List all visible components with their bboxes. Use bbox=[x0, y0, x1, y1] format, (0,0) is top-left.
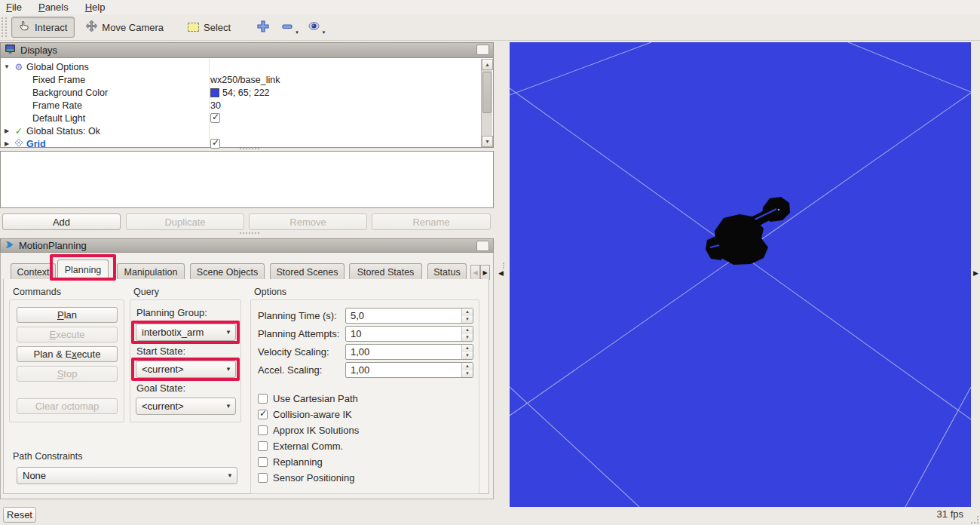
add-tool-button[interactable] bbox=[254, 17, 272, 38]
execute-button[interactable]: Execute bbox=[17, 327, 118, 342]
tab-scroll-left-icon[interactable]: ◀ bbox=[470, 265, 480, 280]
background-color-value[interactable]: 54; 65; 222 bbox=[222, 88, 270, 98]
duplicate-display-button[interactable]: Duplicate bbox=[126, 213, 244, 230]
spin-arrows-icon[interactable]: ▲▼ bbox=[461, 345, 473, 359]
spin-arrows-icon[interactable]: ▲▼ bbox=[461, 327, 473, 341]
color-swatch bbox=[210, 88, 219, 97]
annotation-planning-group-dropdown bbox=[131, 321, 240, 344]
plan-button[interactable]: Plan bbox=[17, 307, 118, 323]
tab-scene-objects[interactable]: Scene Objects bbox=[190, 263, 265, 280]
tree-row-fixed-frame[interactable]: Fixed Frame wx250/base_link bbox=[1, 73, 480, 86]
tab-manipulation[interactable]: Manipulation bbox=[117, 263, 185, 280]
robot-arm-silhouette bbox=[706, 197, 790, 265]
hand-icon bbox=[19, 20, 30, 34]
spin-arrows-icon[interactable]: ▲▼ bbox=[461, 309, 473, 323]
collision-aware-ik-row: Collision-aware IK bbox=[258, 409, 352, 420]
motion-planning-icon bbox=[5, 240, 14, 252]
displays-scrollbar[interactable]: ▲ ▼ bbox=[481, 59, 492, 147]
grid-icon bbox=[13, 138, 25, 149]
sensor-positioning-row: Sensor Positioning bbox=[258, 472, 354, 484]
displays-float-button[interactable] bbox=[476, 45, 489, 55]
expand-arrow-icon[interactable]: ▶ bbox=[1, 127, 13, 134]
options-heading: Options bbox=[254, 287, 286, 297]
commands-heading: Commands bbox=[13, 287, 61, 297]
splitter-handle[interactable] bbox=[240, 232, 259, 235]
default-light-checkbox[interactable] bbox=[210, 113, 220, 123]
accel-scaling-spinbox[interactable]: 1,00 ▲▼ bbox=[345, 362, 473, 378]
tree-row-global-status[interactable]: ▶ ✓ Global Status: Ok bbox=[1, 124, 480, 137]
green-check-icon: ✓ bbox=[13, 125, 25, 137]
scroll-up-icon[interactable]: ▲ bbox=[482, 59, 493, 70]
remove-tool-button[interactable]: ▾ bbox=[278, 17, 302, 38]
menu-panels[interactable]: Panels bbox=[32, 2, 79, 13]
sensor-positioning-checkbox[interactable] bbox=[258, 473, 268, 483]
fixed-frame-value[interactable]: wx250/base_link bbox=[210, 75, 280, 85]
expand-arrow-icon[interactable]: ▶ bbox=[1, 140, 13, 147]
splitter-handle[interactable] bbox=[240, 148, 259, 150]
scrollbar-thumb[interactable] bbox=[482, 72, 492, 113]
scroll-down-icon[interactable]: ▼ bbox=[482, 136, 493, 147]
move-camera-tool-button[interactable]: Move Camera bbox=[79, 17, 170, 38]
remove-tool-dropdown-arrow[interactable]: ▾ bbox=[296, 29, 299, 35]
select-box-icon bbox=[188, 23, 199, 32]
tree-row-frame-rate[interactable]: Frame Rate 30 bbox=[1, 99, 480, 112]
tool-visibility-button[interactable]: ▾ bbox=[305, 17, 329, 38]
spin-arrows-icon[interactable]: ▲▼ bbox=[461, 363, 473, 377]
planning-attempts-spinbox[interactable]: 10 ▲▼ bbox=[345, 326, 473, 342]
panel-collapse-left-icon[interactable]: ◀ bbox=[498, 269, 504, 277]
frame-rate-value[interactable]: 30 bbox=[210, 100, 221, 111]
tool-visibility-dropdown-arrow[interactable]: ▾ bbox=[323, 29, 326, 35]
3d-viewport[interactable] bbox=[510, 42, 971, 507]
select-tool-button[interactable]: Select bbox=[181, 17, 237, 38]
grid-checkbox[interactable] bbox=[210, 139, 220, 149]
splitter-handle[interactable] bbox=[503, 262, 505, 269]
viewport-scene bbox=[510, 42, 971, 507]
use-cartesian-path-row: Use Cartesian Path bbox=[258, 393, 358, 404]
chevron-down-icon: ▼ bbox=[222, 403, 235, 410]
clear-octomap-button[interactable]: Clear octomap bbox=[17, 398, 118, 414]
tab-context[interactable]: Context bbox=[11, 263, 56, 280]
menu-file[interactable]: File bbox=[0, 2, 32, 13]
velocity-scaling-label: Velocity Scaling: bbox=[258, 346, 329, 358]
displays-empty-list[interactable] bbox=[0, 151, 494, 208]
stop-button[interactable]: Stop bbox=[17, 366, 118, 382]
remove-display-button[interactable]: Remove bbox=[249, 213, 367, 230]
displays-panel-header[interactable]: Displays bbox=[0, 42, 494, 58]
tree-row-background-color[interactable]: Background Color 54; 65; 222 bbox=[1, 86, 480, 99]
external-comm-row: External Comm. bbox=[258, 441, 343, 452]
interact-tool-button[interactable]: Interact bbox=[11, 17, 75, 38]
tab-scroll-right-icon[interactable]: ▶ bbox=[480, 265, 490, 280]
motion-planning-panel-header[interactable]: MotionPlanning bbox=[0, 238, 494, 253]
velocity-scaling-spinbox[interactable]: 1,00 ▲▼ bbox=[345, 344, 473, 360]
toolbar: Interact Move Camera Select ▾ ▾ bbox=[0, 14, 980, 41]
collapse-arrow-icon[interactable]: ▼ bbox=[1, 63, 13, 70]
tree-row-default-light[interactable]: Default Light bbox=[1, 112, 480, 124]
rename-display-button[interactable]: Rename bbox=[372, 213, 491, 230]
collision-aware-ik-checkbox[interactable] bbox=[258, 410, 268, 419]
motion-planning-float-button[interactable] bbox=[476, 241, 489, 251]
tab-stored-scenes[interactable]: Stored Scenes bbox=[270, 263, 345, 280]
panel-expand-right-icon[interactable]: ▶ bbox=[973, 269, 978, 277]
ground-grid-lines bbox=[510, 42, 971, 507]
replanning-checkbox[interactable] bbox=[258, 457, 268, 467]
annotation-start-state-dropdown bbox=[131, 358, 240, 381]
path-constraints-heading: Path Constraints bbox=[13, 451, 82, 462]
external-comm-checkbox[interactable] bbox=[258, 441, 268, 451]
displays-panel-icon bbox=[5, 44, 16, 57]
resize-grip[interactable] bbox=[971, 516, 978, 523]
accel-scaling-label: Accel. Scaling: bbox=[258, 364, 322, 376]
use-cartesian-path-checkbox[interactable] bbox=[258, 394, 268, 404]
plan-and-execute-button[interactable]: Plan & Execute bbox=[17, 346, 118, 362]
tab-status[interactable]: Status bbox=[427, 263, 467, 280]
tab-stored-states[interactable]: Stored States bbox=[349, 263, 422, 280]
approx-ik-solutions-row: Approx IK Solutions bbox=[258, 425, 359, 436]
reset-button[interactable]: Reset bbox=[3, 507, 36, 523]
toolbar-drag-handle[interactable] bbox=[2, 17, 7, 37]
path-constraints-dropdown[interactable]: None ▼ bbox=[17, 467, 237, 484]
add-display-button[interactable]: Add bbox=[2, 213, 121, 230]
menu-help[interactable]: Help bbox=[79, 2, 116, 13]
goal-state-dropdown[interactable]: <current> ▼ bbox=[136, 398, 236, 415]
tree-row-global-options[interactable]: ▼ ⚙ Global Options bbox=[1, 60, 480, 73]
approx-ik-solutions-checkbox[interactable] bbox=[258, 425, 268, 435]
planning-time-spinbox[interactable]: 5,0 ▲▼ bbox=[345, 308, 473, 324]
